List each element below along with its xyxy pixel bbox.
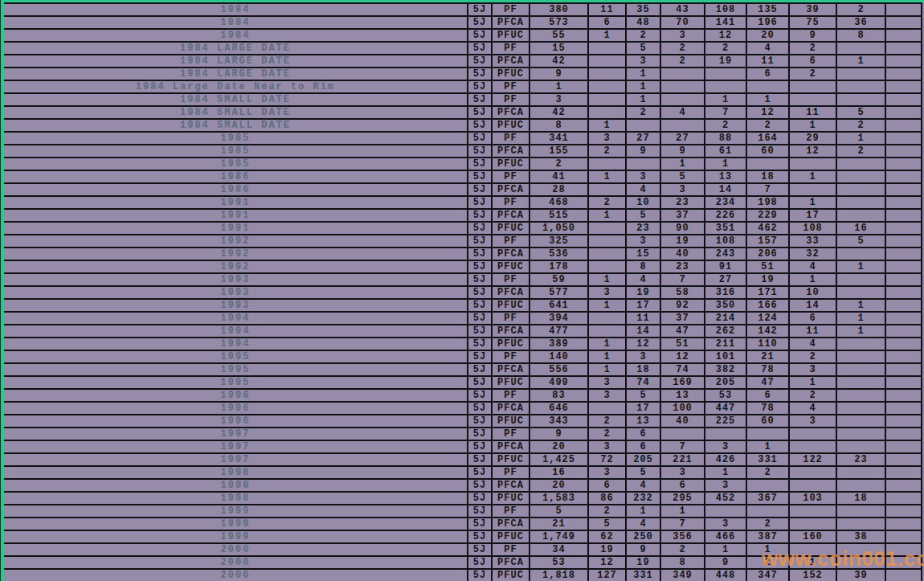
- cell-grade[interactable]: PFUC: [493, 454, 530, 467]
- cell-empty[interactable]: [886, 377, 922, 390]
- cell-count[interactable]: [837, 390, 886, 403]
- cell-count[interactable]: 2: [790, 351, 837, 364]
- cell-count[interactable]: [747, 480, 790, 493]
- cell-denomination[interactable]: 5J: [468, 81, 493, 94]
- cell-count[interactable]: 3: [705, 441, 747, 454]
- cell-count[interactable]: [790, 544, 837, 557]
- cell-denomination[interactable]: 5J: [468, 184, 493, 197]
- cell-grade[interactable]: PFCA: [493, 364, 530, 377]
- cell-count[interactable]: [837, 518, 886, 531]
- cell-count[interactable]: 7: [705, 107, 747, 120]
- cell-count[interactable]: 1,583: [530, 493, 589, 505]
- cell-denomination[interactable]: 5J: [468, 223, 493, 235]
- cell-count[interactable]: [589, 235, 627, 248]
- cell-empty[interactable]: [886, 544, 922, 557]
- cell-denomination[interactable]: 5J: [468, 107, 493, 120]
- cell-count[interactable]: 2: [627, 107, 661, 120]
- cell-count[interactable]: 387: [747, 531, 790, 544]
- cell-count[interactable]: 12: [705, 30, 747, 43]
- cell-count[interactable]: 51: [747, 261, 790, 274]
- cell-count[interactable]: 2: [661, 43, 705, 55]
- cell-count[interactable]: 55: [530, 30, 589, 43]
- cell-description[interactable]: 2000: [4, 544, 468, 557]
- cell-denomination[interactable]: 5J: [468, 403, 493, 415]
- cell-count[interactable]: [705, 428, 747, 441]
- cell-empty[interactable]: [886, 351, 922, 364]
- cell-count[interactable]: 140: [530, 351, 589, 364]
- cell-count[interactable]: 5: [530, 505, 589, 518]
- cell-count[interactable]: 23: [627, 223, 661, 235]
- cell-count[interactable]: 1: [837, 261, 886, 274]
- cell-count[interactable]: 1: [837, 325, 886, 338]
- cell-count[interactable]: 4: [661, 107, 705, 120]
- cell-count[interactable]: 1: [705, 94, 747, 107]
- cell-count[interactable]: 1: [837, 133, 886, 145]
- cell-count[interactable]: 468: [530, 197, 589, 210]
- cell-count[interactable]: 11: [790, 325, 837, 338]
- cell-count[interactable]: [837, 248, 886, 261]
- cell-count[interactable]: 9: [661, 145, 705, 158]
- cell-description[interactable]: 1993: [4, 287, 468, 300]
- cell-count[interactable]: 3: [661, 30, 705, 43]
- cell-empty[interactable]: [886, 184, 922, 197]
- cell-count[interactable]: 13: [661, 390, 705, 403]
- cell-empty[interactable]: [886, 17, 922, 30]
- cell-grade[interactable]: PF: [493, 133, 530, 145]
- cell-description[interactable]: 1992: [4, 248, 468, 261]
- cell-count[interactable]: [790, 480, 837, 493]
- cell-count[interactable]: [837, 505, 886, 518]
- cell-count[interactable]: 127: [589, 570, 627, 581]
- cell-denomination[interactable]: 5J: [468, 390, 493, 403]
- cell-count[interactable]: 9: [705, 557, 747, 570]
- cell-count[interactable]: 11: [589, 4, 627, 17]
- cell-count[interactable]: 234: [705, 197, 747, 210]
- cell-description[interactable]: 1996: [4, 415, 468, 428]
- cell-count[interactable]: 4: [627, 184, 661, 197]
- cell-count[interactable]: 23: [837, 454, 886, 467]
- cell-count[interactable]: 70: [661, 17, 705, 30]
- cell-count[interactable]: 3: [589, 467, 627, 480]
- cell-count[interactable]: 447: [705, 403, 747, 415]
- cell-count[interactable]: 3: [790, 364, 837, 377]
- cell-count[interactable]: 18: [747, 171, 790, 184]
- cell-count[interactable]: 2: [747, 120, 790, 133]
- cell-count[interactable]: 1,050: [530, 223, 589, 235]
- cell-count[interactable]: 3: [627, 235, 661, 248]
- cell-count[interactable]: [837, 197, 886, 210]
- cell-count[interactable]: 78: [747, 403, 790, 415]
- cell-count[interactable]: 8: [627, 261, 661, 274]
- cell-count[interactable]: 1: [661, 158, 705, 171]
- cell-count[interactable]: 1: [747, 441, 790, 454]
- cell-count[interactable]: 75: [790, 17, 837, 30]
- cell-empty[interactable]: [886, 171, 922, 184]
- cell-denomination[interactable]: 5J: [468, 43, 493, 55]
- cell-count[interactable]: 4: [627, 480, 661, 493]
- cell-count[interactable]: 14: [790, 300, 837, 313]
- cell-denomination[interactable]: 5J: [468, 145, 493, 158]
- cell-denomination[interactable]: 5J: [468, 518, 493, 531]
- cell-description[interactable]: 1998: [4, 480, 468, 493]
- cell-grade[interactable]: PFUC: [493, 300, 530, 313]
- cell-count[interactable]: 7: [661, 518, 705, 531]
- cell-description[interactable]: 1986: [4, 184, 468, 197]
- cell-denomination[interactable]: 5J: [468, 415, 493, 428]
- cell-description[interactable]: 1984: [4, 30, 468, 43]
- cell-count[interactable]: [627, 120, 661, 133]
- cell-description[interactable]: 1985: [4, 133, 468, 145]
- cell-empty[interactable]: [886, 313, 922, 325]
- cell-count[interactable]: [837, 158, 886, 171]
- cell-count[interactable]: [589, 158, 627, 171]
- cell-grade[interactable]: PFCA: [493, 55, 530, 68]
- cell-count[interactable]: [589, 184, 627, 197]
- cell-empty[interactable]: [886, 364, 922, 377]
- cell-count[interactable]: [790, 81, 837, 94]
- cell-count[interactable]: 40: [661, 415, 705, 428]
- cell-count[interactable]: 380: [530, 4, 589, 17]
- cell-empty[interactable]: [886, 338, 922, 351]
- cell-denomination[interactable]: 5J: [468, 325, 493, 338]
- cell-count[interactable]: 2: [790, 43, 837, 55]
- cell-count[interactable]: 92: [661, 300, 705, 313]
- cell-count[interactable]: 160: [790, 531, 837, 544]
- cell-count[interactable]: 3: [627, 171, 661, 184]
- cell-count[interactable]: 1: [790, 557, 837, 570]
